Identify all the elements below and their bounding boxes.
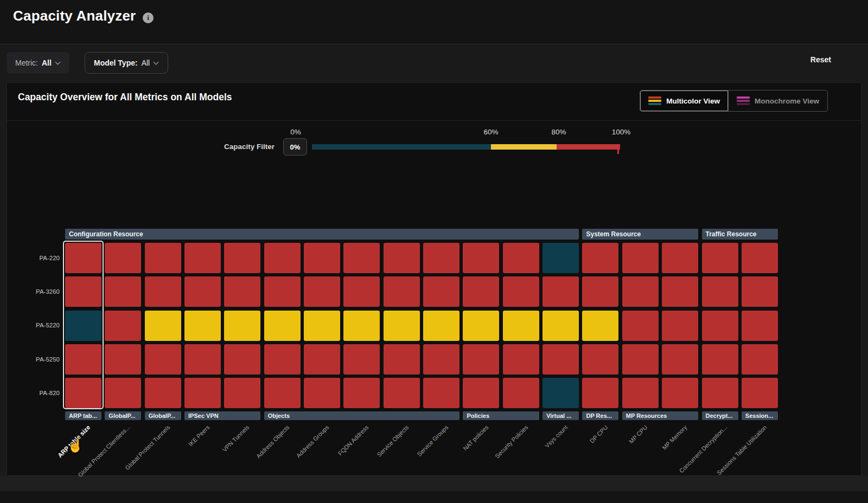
heatmap-cell[interactable] — [224, 243, 260, 273]
chevron-down-icon — [154, 59, 159, 65]
view-toggle-multicolor-view[interactable]: Multicolor View — [640, 91, 728, 111]
heatmap-cell[interactable] — [622, 378, 659, 408]
heatmap-cell[interactable] — [702, 311, 738, 341]
heatmap-cell[interactable] — [742, 276, 778, 307]
heatmap-cell[interactable] — [304, 243, 340, 273]
heatmap-cell[interactable] — [184, 378, 221, 408]
heatmap-cell[interactable] — [264, 344, 301, 375]
heatmap-cell[interactable] — [582, 311, 618, 341]
heatmap-cell[interactable] — [105, 243, 141, 273]
info-icon[interactable]: i — [143, 12, 154, 23]
heatmap-cell[interactable] — [304, 378, 340, 408]
heatmap-cell[interactable] — [463, 378, 499, 408]
heatmap-cell[interactable] — [742, 378, 778, 408]
heatmap-cell[interactable] — [662, 276, 698, 307]
heatmap-cell[interactable] — [304, 276, 340, 307]
heatmap-cell[interactable] — [65, 378, 101, 408]
heatmap-cell[interactable] — [702, 276, 738, 307]
heatmap-cell[interactable] — [542, 276, 579, 307]
heatmap-cell[interactable] — [463, 276, 499, 307]
heatmap-cell[interactable] — [343, 378, 380, 408]
heatmap-cell[interactable] — [503, 344, 539, 375]
heatmap-cell[interactable] — [65, 311, 101, 341]
heatmap-cell[interactable] — [423, 311, 459, 341]
heatmap-cell[interactable] — [343, 344, 380, 375]
heatmap-cell[interactable] — [742, 311, 778, 341]
heatmap-cell[interactable] — [105, 378, 141, 408]
reset-button[interactable]: Reset — [810, 55, 831, 64]
heatmap-cell[interactable] — [343, 243, 380, 273]
heatmap-cell[interactable] — [622, 243, 659, 273]
heatmap-cell[interactable] — [264, 276, 301, 307]
heatmap-cell[interactable] — [184, 344, 221, 375]
heatmap-cell[interactable] — [662, 378, 698, 408]
heatmap-cell[interactable] — [65, 243, 101, 273]
heatmap-cell[interactable] — [145, 378, 181, 408]
heatmap-cell[interactable] — [423, 243, 459, 273]
heatmap-cell[interactable] — [184, 276, 221, 307]
metric-dropdown-value: All — [42, 59, 52, 67]
heatmap-cell[interactable] — [343, 311, 380, 341]
heatmap-cell[interactable] — [662, 311, 698, 341]
heatmap-cell[interactable] — [622, 276, 659, 307]
heatmap-cell[interactable] — [622, 311, 659, 341]
heatmap-cell[interactable] — [423, 276, 459, 307]
heatmap-cell[interactable] — [145, 311, 181, 341]
heatmap-cell[interactable] — [463, 243, 499, 273]
heatmap-cell[interactable] — [264, 311, 301, 341]
heatmap-cell[interactable] — [463, 344, 499, 375]
heatmap-cell[interactable] — [662, 344, 698, 375]
heatmap-cell[interactable] — [264, 243, 301, 273]
heatmap-cell[interactable] — [702, 243, 738, 273]
heatmap-cell[interactable] — [105, 276, 141, 307]
heatmap-cell[interactable] — [224, 344, 260, 375]
heatmap-cell[interactable] — [503, 276, 539, 307]
heatmap-cell[interactable] — [304, 311, 340, 341]
heatmap-cell[interactable] — [542, 243, 579, 273]
heatmap-cell[interactable] — [384, 344, 420, 375]
heatmap-cell[interactable] — [742, 344, 778, 375]
heatmap-cell[interactable] — [304, 344, 340, 375]
model-type-dropdown[interactable]: Model Type: All — [85, 52, 168, 74]
heatmap-cell[interactable] — [503, 311, 539, 341]
heatmap-cell[interactable] — [542, 311, 579, 341]
heatmap-cell[interactable] — [582, 344, 618, 375]
heatmap-cell[interactable] — [184, 243, 221, 273]
heatmap-cell[interactable] — [145, 243, 181, 273]
heatmap-cell[interactable] — [224, 311, 260, 341]
heatmap-cell[interactable] — [105, 344, 141, 375]
heatmap-cell[interactable] — [742, 243, 778, 273]
heatmap-cell[interactable] — [384, 378, 420, 408]
heatmap-cell[interactable] — [463, 311, 499, 341]
heatmap-cell[interactable] — [145, 344, 181, 375]
heatmap-cell[interactable] — [423, 378, 459, 408]
heatmap-cell[interactable] — [582, 243, 618, 273]
capacity-filter-handle[interactable]: 0% — [283, 138, 307, 156]
heatmap-cell[interactable] — [702, 378, 738, 408]
heatmap-cell[interactable] — [105, 311, 141, 341]
metric-dropdown[interactable]: Metric: All — [7, 52, 69, 74]
heatmap-cell[interactable] — [622, 344, 659, 375]
heatmap-cell[interactable] — [702, 344, 738, 375]
heatmap-cell[interactable] — [384, 276, 420, 307]
heatmap-cell[interactable] — [184, 311, 221, 341]
heatmap-cell[interactable] — [343, 276, 380, 307]
heatmap-cell[interactable] — [264, 378, 301, 408]
heatmap-cell[interactable] — [662, 243, 698, 273]
heatmap-cell[interactable] — [384, 243, 420, 273]
heatmap-cell[interactable] — [145, 276, 181, 307]
heatmap-cell[interactable] — [65, 344, 101, 375]
heatmap-cell[interactable] — [384, 311, 420, 341]
heatmap-cell[interactable] — [503, 378, 539, 408]
heatmap-cell[interactable] — [65, 276, 101, 307]
capacity-filter-track[interactable] — [312, 144, 620, 150]
heatmap-cell[interactable] — [224, 378, 260, 408]
heatmap-cell[interactable] — [224, 276, 260, 307]
heatmap-cell[interactable] — [542, 378, 579, 408]
heatmap-cell[interactable] — [503, 243, 539, 273]
view-toggle-monochrome-view[interactable]: Monochrome View — [728, 91, 827, 111]
heatmap-cell[interactable] — [423, 344, 459, 375]
heatmap-cell[interactable] — [542, 344, 579, 375]
heatmap-cell[interactable] — [582, 276, 618, 307]
heatmap-cell[interactable] — [582, 378, 618, 408]
